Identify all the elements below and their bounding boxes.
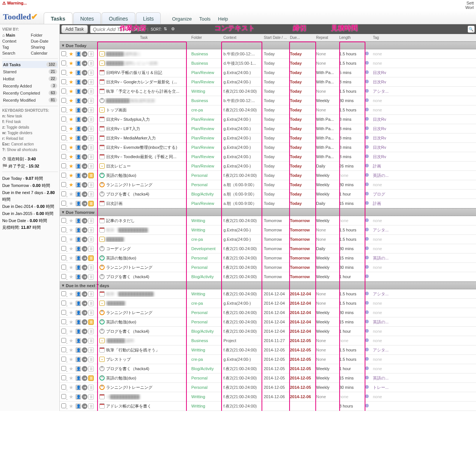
star-icon[interactable]: ★ — [67, 163, 74, 169]
note-icon[interactable]: ≣ — [88, 61, 94, 66]
timer-dot-icon[interactable] — [365, 98, 369, 102]
task-row[interactable]: ★👤➜≣アドレス帳の記事を書くWrittingf.夜2(21:00-24:00)… — [60, 402, 476, 411]
task-folder[interactable]: Blog/Activity — [190, 366, 222, 371]
task-row[interactable]: ★👤➜≣██████ 資料描くBusinessb.午前(9:00-12:...T… — [60, 49, 476, 59]
star-icon[interactable]: ★ — [67, 126, 74, 132]
complete-checkbox[interactable] — [61, 218, 66, 223]
task-folder[interactable]: Development — [190, 246, 222, 251]
task-tag[interactable]: none — [371, 246, 394, 251]
assign-icon[interactable]: 👤 — [75, 357, 81, 362]
task-start[interactable]: 2014-12-04 — [262, 320, 288, 324]
note-icon[interactable]: ≣ — [88, 301, 94, 306]
star-icon[interactable]: ★ — [67, 347, 74, 353]
assign-icon[interactable]: 👤 — [75, 154, 81, 160]
timer-dot-icon[interactable] — [365, 357, 369, 361]
task-start[interactable]: 2014-11-27 — [262, 338, 288, 343]
timer-dot-icon[interactable] — [365, 310, 369, 314]
task-due[interactable]: 2014-12-05 — [288, 357, 315, 362]
task-folder[interactable]: Writting — [190, 404, 222, 408]
task-context[interactable]: Project — [222, 338, 262, 343]
task-length[interactable]: 1.5 hours — [338, 357, 362, 362]
task-tag[interactable]: none — [371, 301, 394, 305]
viewby-tag[interactable]: Tag — [2, 44, 30, 50]
task-row[interactable]: ★👤➜≣ブログを書く（hacks4)Blog/Activityf.夜2(21:0… — [60, 272, 476, 282]
task-due[interactable]: Today — [288, 182, 315, 187]
task-due[interactable]: Tomorrow — [288, 237, 315, 242]
task-repeat[interactable]: Weekly — [315, 385, 338, 390]
task-repeat[interactable]: With Pa... — [315, 80, 338, 84]
task-due[interactable]: Today — [288, 192, 315, 196]
task-repeat[interactable]: Weekly — [315, 376, 338, 380]
complete-checkbox[interactable] — [61, 274, 66, 279]
task-context[interactable]: g.Extra(24:00-) — [222, 126, 262, 131]
note-icon[interactable]: ≣ — [88, 154, 94, 160]
menu-organize[interactable]: Organize — [172, 16, 192, 22]
task-context[interactable]: g.Extra(24:00-) — [222, 80, 262, 84]
task-folder[interactable]: Plan/Review — [190, 201, 222, 206]
complete-checkbox[interactable] — [61, 126, 66, 131]
note-icon[interactable]: ≣ — [88, 347, 94, 353]
note-icon[interactable]: ≣ — [88, 70, 94, 76]
task-tag[interactable]: アシタ... — [371, 89, 394, 94]
action-icon[interactable]: ➜ — [82, 246, 87, 252]
task-due[interactable]: 2014-12-04 — [288, 292, 315, 296]
task-repeat[interactable]: None — [315, 52, 338, 56]
complete-checkbox[interactable] — [61, 191, 66, 196]
task-due[interactable]: Tomorrow — [288, 256, 315, 260]
task-repeat[interactable]: Weekly — [315, 218, 338, 223]
task-context[interactable]: f.夜2(21:00-24:00) — [222, 310, 262, 316]
task-due[interactable]: Tomorrow — [288, 246, 315, 251]
timer-dot-icon[interactable] — [365, 256, 369, 259]
task-start[interactable]: 2014-12-04 — [262, 292, 288, 296]
task-context[interactable]: g.Extra(24:00-) — [222, 301, 262, 305]
task-folder[interactable]: Blog/Activity — [190, 192, 222, 196]
assign-icon[interactable]: 👤 — [75, 237, 81, 242]
filter-recently-added[interactable]: Recently Added3 — [2, 82, 58, 89]
timer-dot-icon[interactable] — [365, 301, 369, 305]
task-folder[interactable]: Business — [190, 61, 222, 65]
task-due[interactable]: Tomorrow — [288, 265, 315, 270]
task-start[interactable]: 2014-12-05 — [262, 385, 288, 390]
task-context[interactable]: f.夜2(21:00-24:00) — [222, 89, 262, 94]
note-icon[interactable]: ≣ — [88, 117, 94, 122]
section-header[interactable]: ▾ Due in the next 7 days — [60, 282, 476, 289]
task-context[interactable]: a.朝（6:00-9:00） — [222, 191, 262, 197]
assign-icon[interactable]: 👤 — [75, 191, 81, 197]
action-icon[interactable]: ➜ — [82, 319, 87, 325]
task-repeat[interactable]: With Pa... — [315, 126, 338, 131]
task-repeat[interactable]: Weekly — [315, 173, 338, 178]
show-label[interactable]: SHOW — [133, 27, 145, 31]
task-context[interactable]: f.夜2(21:00-24:00) — [222, 265, 262, 270]
timer-dot-icon[interactable] — [365, 320, 369, 323]
task-folder[interactable]: Writting — [190, 228, 222, 232]
note-icon[interactable]: ≣ — [88, 394, 94, 400]
task-row[interactable]: ★👤➜≣執筆「██████████Writtingg.Extra(24:00-)… — [60, 225, 476, 235]
assign-icon[interactable]: 👤 — [75, 394, 81, 400]
assign-icon[interactable]: 👤 — [75, 403, 81, 409]
timer-dot-icon[interactable] — [365, 274, 369, 278]
action-icon[interactable]: ➜ — [82, 375, 87, 381]
task-context[interactable]: f.夜2(21:00-24:00) — [222, 366, 262, 372]
action-icon[interactable]: ➜ — [82, 107, 87, 113]
task-folder[interactable]: Personal — [190, 320, 222, 324]
task-repeat[interactable]: Weekly — [315, 366, 338, 371]
task-folder[interactable]: cre-pa — [190, 108, 222, 112]
complete-checkbox[interactable] — [61, 237, 66, 242]
action-icon[interactable]: ➜ — [82, 126, 87, 132]
task-start[interactable]: Today — [262, 70, 288, 75]
note-icon[interactable]: ≣ — [88, 357, 94, 362]
task-row[interactable]: ★👤➜≣コーディングDevelopmentf.夜2(21:00-24:00)To… — [60, 244, 476, 253]
task-due[interactable]: Today — [288, 154, 315, 159]
star-icon[interactable]: ★ — [67, 291, 74, 297]
task-tag[interactable]: ブログ — [371, 191, 394, 197]
task-length[interactable]: 30 mins — [338, 182, 362, 187]
task-context[interactable]: f.夜2(21:00-24:00) — [222, 329, 262, 334]
task-folder[interactable]: Plan/Review — [190, 80, 222, 84]
timer-dot-icon[interactable] — [365, 394, 369, 398]
star-icon[interactable]: ★ — [67, 227, 74, 233]
task-repeat[interactable]: Weekly — [315, 192, 338, 196]
task-tag[interactable]: none — [371, 357, 394, 362]
timer-dot-icon[interactable] — [365, 246, 369, 250]
task-length[interactable]: 1 hour — [338, 366, 362, 371]
star-icon[interactable]: ★ — [67, 328, 74, 334]
